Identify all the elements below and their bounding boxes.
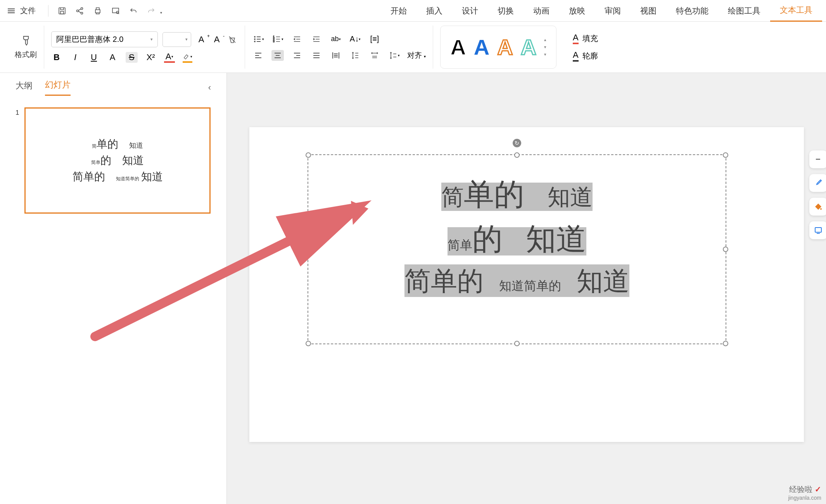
textbox-selection[interactable]: ↻ 简单的知道 简单的知道 简单的知道简单的知道 xyxy=(308,154,726,344)
font-size-dropdown[interactable]: ▾ xyxy=(162,32,191,47)
float-fill-icon[interactable] xyxy=(809,198,826,216)
svg-rect-11 xyxy=(257,36,261,37)
thumb-line-2: 简单的知道 xyxy=(91,153,144,168)
wordart-style-3[interactable]: A xyxy=(497,35,513,60)
char-A-button[interactable]: A↓▾ xyxy=(349,34,361,45)
text-format-A-button[interactable]: A xyxy=(107,52,118,63)
format-brush-group: 格式刷 xyxy=(8,26,44,69)
tab-insert[interactable]: 插入 xyxy=(416,0,452,22)
file-menu[interactable]: 文件 xyxy=(20,5,36,16)
save-icon[interactable] xyxy=(57,6,67,16)
hamburger-menu-icon[interactable] xyxy=(8,9,15,13)
ribbon: 格式刷 阿里巴巴普惠体 2.0 ▾ ▾ A+ A- B I U A S X² A… xyxy=(0,22,826,73)
align-right-button[interactable] xyxy=(291,50,303,61)
svg-rect-6 xyxy=(112,8,119,13)
slide-panel: 大纲 幻灯片 ‹ 1 简单的知道 简单的知道 简单的知道简单的 知道 xyxy=(0,73,227,504)
line-spacing-button[interactable] xyxy=(349,50,361,61)
resize-handle-br[interactable] xyxy=(723,341,728,346)
sidebar-tabs: 大纲 幻灯片 ‹ xyxy=(16,79,211,96)
dropdown-caret-icon[interactable]: ▾ xyxy=(160,10,162,15)
italic-button[interactable]: I xyxy=(70,52,81,63)
watermark: 经验啦 ✓ jingyanla.com xyxy=(788,484,821,501)
fill-outline-group: A 填充 A 轮廓 xyxy=(563,26,598,69)
font-decrease-icon[interactable]: A- xyxy=(211,34,222,45)
canvas-area: ↻ 简单的知道 简单的知道 简单的知道简单的知道 − xyxy=(227,73,826,504)
char-spacing-button[interactable] xyxy=(368,50,381,61)
strikethrough-button[interactable]: S xyxy=(126,52,138,63)
resize-handle-bl[interactable] xyxy=(306,341,311,346)
wordart-gallery[interactable]: A A A A ▴ ▾ ▾ xyxy=(440,26,556,69)
tab-special[interactable]: 特色功能 xyxy=(666,0,718,22)
paragraph-group: ▾ 123▾ ab▾ A↓▾ [≡] ▾ 对齐 ▾ xyxy=(245,26,433,69)
svg-point-10 xyxy=(254,41,256,42)
text-line-1: 简单的知道 xyxy=(328,174,706,215)
tab-slides[interactable]: 幻灯片 xyxy=(45,79,71,96)
font-group: 阿里巴巴普惠体 2.0 ▾ ▾ A+ A- B I U A S X² A ▾ ▾ xyxy=(44,26,245,69)
text-direction-button[interactable]: ab▾ xyxy=(330,34,342,45)
redo-icon[interactable] xyxy=(146,6,156,16)
format-brush-button[interactable]: 格式刷 xyxy=(15,35,37,60)
brackets-button[interactable]: [≡] xyxy=(368,34,381,45)
menu-tabs: 开始 插入 设计 切换 动画 放映 审阅 视图 特色功能 绘图工具 文本工具 xyxy=(381,0,822,22)
outline-button[interactable]: A 轮廓 xyxy=(573,50,598,62)
clear-format-icon[interactable] xyxy=(227,34,238,45)
svg-rect-51 xyxy=(815,228,821,232)
tab-start[interactable]: 开始 xyxy=(381,0,416,22)
tab-review[interactable]: 审阅 xyxy=(595,0,631,22)
svg-rect-5 xyxy=(95,10,100,13)
bullets-button[interactable]: ▾ xyxy=(252,34,264,45)
float-eyedropper-icon[interactable] xyxy=(809,174,826,192)
line-height-button[interactable]: ▾ xyxy=(388,50,400,61)
align-justify-button[interactable] xyxy=(310,50,323,61)
tab-design[interactable]: 设计 xyxy=(452,0,488,22)
tab-text-tools[interactable]: 文本工具 xyxy=(770,0,822,22)
tab-transition[interactable]: 切换 xyxy=(488,0,524,22)
undo-icon[interactable] xyxy=(128,6,138,16)
collapse-panel-icon[interactable]: ‹ xyxy=(208,83,211,93)
tab-drawing-tools[interactable]: 绘图工具 xyxy=(718,0,770,22)
font-name-dropdown[interactable]: 阿里巴巴普惠体 2.0 ▾ xyxy=(51,31,158,47)
thumb-line-1: 简单的知道 xyxy=(92,137,143,152)
wordart-style-2[interactable]: A xyxy=(474,35,489,60)
numbering-button[interactable]: 123▾ xyxy=(271,34,284,45)
outline-icon: A xyxy=(573,50,579,62)
align-center-button[interactable] xyxy=(271,50,284,61)
checkmark-icon: ✓ xyxy=(815,485,821,494)
font-color-button[interactable]: A ▾ xyxy=(164,52,175,63)
tab-outline[interactable]: 大纲 xyxy=(16,80,33,95)
preview-icon[interactable] xyxy=(111,6,121,16)
wordart-style-4[interactable]: A xyxy=(521,35,536,60)
wordart-up-icon[interactable]: ▴ xyxy=(544,37,546,42)
wordart-expand-icon[interactable]: ▾ xyxy=(544,52,546,57)
wordart-down-icon[interactable]: ▾ xyxy=(544,45,546,50)
text-content[interactable]: 简单的知道 简单的知道 简单的知道简单的知道 xyxy=(308,155,726,322)
decrease-indent-button[interactable] xyxy=(291,34,303,45)
fill-button[interactable]: A 填充 xyxy=(573,33,598,44)
superscript-button[interactable]: X² xyxy=(145,52,156,63)
align-left-button[interactable] xyxy=(252,50,264,61)
svg-rect-0 xyxy=(59,8,65,14)
slide-thumbnail-wrap: 1 简单的知道 简单的知道 简单的知道简单的 知道 xyxy=(16,107,211,214)
resize-handle-mb[interactable] xyxy=(514,341,520,346)
tab-slideshow[interactable]: 放映 xyxy=(559,0,595,22)
slide-thumbnail-1[interactable]: 简单的知道 简单的知道 简单的知道简单的 知道 xyxy=(24,107,211,214)
svg-text:3: 3 xyxy=(273,40,275,43)
tab-animation[interactable]: 动画 xyxy=(524,0,559,22)
bold-button[interactable]: B xyxy=(51,52,62,63)
distribute-button[interactable] xyxy=(330,50,342,61)
svg-rect-13 xyxy=(257,41,261,42)
font-increase-icon[interactable]: A+ xyxy=(196,34,207,45)
slide-canvas[interactable]: ↻ 简单的知道 简单的知道 简单的知道简单的知道 − xyxy=(249,127,804,442)
align-dropdown[interactable]: 对齐 ▾ xyxy=(407,50,426,60)
wordart-style-1[interactable]: A xyxy=(450,35,466,60)
float-collapse-icon[interactable]: − xyxy=(809,150,826,168)
float-screen-icon[interactable] xyxy=(809,221,826,239)
svg-rect-1 xyxy=(60,11,64,14)
rotate-handle[interactable]: ↻ xyxy=(513,139,521,147)
highlight-button[interactable]: ▾ xyxy=(183,52,192,63)
share-icon[interactable] xyxy=(75,6,85,16)
increase-indent-button[interactable] xyxy=(310,34,323,45)
underline-button[interactable]: U xyxy=(88,52,99,63)
print-icon[interactable] xyxy=(93,6,103,16)
tab-view[interactable]: 视图 xyxy=(631,0,666,22)
